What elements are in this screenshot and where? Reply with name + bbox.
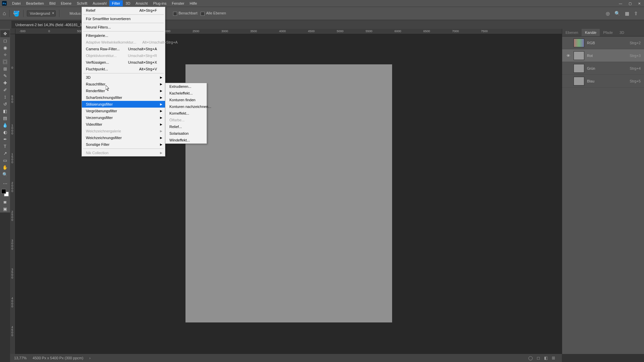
- menu-item[interactable]: 3D▶: [82, 74, 165, 81]
- submenu-item[interactable]: Konturen nachzeichnen...: [165, 103, 207, 110]
- screenmode-toggle[interactable]: ▣: [0, 205, 10, 213]
- status-icon-4[interactable]: ⊞: [552, 356, 555, 360]
- channel-grün[interactable]: GrünStrg+4: [562, 62, 644, 75]
- menubar-ebene[interactable]: Ebene: [58, 0, 74, 6]
- menu-item[interactable]: ReliefAlt+Strg+F: [82, 7, 165, 14]
- menu-item[interactable]: Rauschfilter▶: [82, 81, 165, 87]
- crop-tool[interactable]: ⿴: [0, 58, 10, 65]
- dodge-tool[interactable]: ◐: [0, 129, 10, 136]
- channel-blau[interactable]: BlauStrg+5: [562, 75, 644, 87]
- bucket-tool-icon[interactable]: 🪣: [13, 10, 20, 17]
- submenu-item[interactable]: Windeffekt...: [165, 137, 207, 143]
- status-icon-3[interactable]: ◧: [544, 356, 548, 360]
- menu-item: Adaptive Weitwinkelkorrektur...Alt+Umsch…: [82, 39, 165, 46]
- panel-tab-pfade[interactable]: Pfade: [600, 29, 616, 36]
- hand-tool[interactable]: ✋: [0, 164, 10, 171]
- move-tool[interactable]: ✥: [0, 30, 10, 37]
- workspace-icon[interactable]: ▦: [625, 11, 629, 16]
- channel-rgb[interactable]: RGBStrg+2: [562, 37, 644, 49]
- status-caret[interactable]: ›: [89, 356, 91, 360]
- submenu-arrow-icon: ▶: [160, 82, 162, 86]
- healing-tool[interactable]: ✚: [0, 79, 10, 86]
- channel-name: RGB: [587, 41, 595, 45]
- more-tools[interactable]: ⋯: [0, 180, 10, 187]
- history-brush-tool[interactable]: ↺: [0, 101, 10, 108]
- menu-item[interactable]: Sonstige Filter▶: [82, 141, 165, 148]
- visibility-toggle[interactable]: 👁: [566, 54, 571, 58]
- menubar-bearbeiten[interactable]: Bearbeiten: [23, 0, 47, 6]
- fill-source-dropdown[interactable]: Vordergrund: [27, 10, 56, 16]
- color-swatches[interactable]: [1, 189, 9, 196]
- ruler-origin[interactable]: [10, 29, 15, 34]
- menubar-schrift[interactable]: Schrift: [74, 0, 90, 6]
- blur-tool[interactable]: 💧: [0, 122, 10, 129]
- quickmask-toggle[interactable]: ◙: [0, 198, 10, 205]
- menu-item[interactable]: Weichzeichnungsfilter▶: [82, 134, 165, 141]
- panel-tab-ebenen[interactable]: Ebenen: [562, 29, 582, 36]
- close-button[interactable]: ✕: [635, 0, 644, 7]
- submenu-item[interactable]: Relief...: [165, 123, 207, 130]
- marquee-tool[interactable]: ◻: [0, 37, 10, 44]
- menubar-datei[interactable]: Datei: [9, 0, 23, 6]
- zoom-level[interactable]: 13,77%: [14, 356, 26, 360]
- contiguous-checkbox[interactable]: [173, 12, 177, 16]
- panel-tab-kanäle[interactable]: Kanäle: [582, 29, 600, 36]
- zoom-tool[interactable]: 🔍: [0, 171, 10, 178]
- maximize-button[interactable]: ▢: [625, 0, 635, 7]
- menubar-auswahl[interactable]: Auswahl: [90, 0, 109, 6]
- submenu-item: Ölfarbe...: [165, 117, 207, 123]
- submenu-item[interactable]: Kacheleffekt...: [165, 90, 207, 97]
- menu-item[interactable]: Vergröberungsfilter▶: [82, 108, 165, 114]
- panel-tab-3d[interactable]: 3D: [616, 29, 628, 36]
- lasso-tool[interactable]: ◉: [0, 44, 10, 51]
- menubar-filter[interactable]: Filter: [109, 0, 123, 6]
- menu-item[interactable]: Fluchtpunkt...Alt+Strg+V: [82, 66, 165, 72]
- submenu-item[interactable]: Solarisation: [165, 130, 207, 137]
- doc-dimensions[interactable]: 4500 Px x 5400 Px (300 ppcm): [33, 356, 83, 360]
- submenu-item[interactable]: Konturen finden: [165, 97, 207, 103]
- submenu-arrow-icon: ▶: [160, 136, 162, 139]
- frame-tool[interactable]: ⊞: [0, 65, 10, 72]
- submenu-arrow-icon: ▶: [160, 116, 162, 119]
- type-tool[interactable]: T: [0, 143, 10, 150]
- menubar-ansicht[interactable]: Ansicht: [133, 0, 150, 6]
- menu-item[interactable]: Scharfzeichnungsfilter▶: [82, 94, 165, 101]
- clone-tool[interactable]: ⟟: [0, 94, 10, 101]
- ruler-vertical[interactable]: 0500100015002000250030003500400045005000: [10, 34, 15, 354]
- menu-item[interactable]: Camera Raw-Filter...Umschalt+Strg+A: [82, 46, 165, 52]
- search-icon[interactable]: 🔍: [614, 11, 620, 16]
- menu-item[interactable]: Neural Filters...: [82, 24, 165, 31]
- home-icon[interactable]: ⌂: [3, 10, 6, 16]
- menubar-plug-ins[interactable]: Plug-ins: [150, 0, 169, 6]
- menubar-bild[interactable]: Bild: [47, 0, 58, 6]
- channel-rot[interactable]: 👁RotStrg+3: [562, 49, 644, 62]
- share-icon[interactable]: ⇪: [634, 11, 638, 16]
- submenu-item[interactable]: Korneffekt...: [165, 110, 207, 117]
- cloud-docs-icon[interactable]: ◎: [606, 11, 610, 16]
- menu-item[interactable]: Filtergalerie...: [82, 32, 165, 39]
- status-icon-1[interactable]: ◯: [528, 356, 533, 360]
- menu-item[interactable]: Videofilter▶: [82, 121, 165, 128]
- menu-item[interactable]: Verzerrungsfilter▶: [82, 114, 165, 121]
- path-tool[interactable]: ↗: [0, 150, 10, 157]
- menu-item[interactable]: Renderfilter▶: [82, 87, 165, 94]
- pen-tool[interactable]: ✒: [0, 136, 10, 143]
- menu-item[interactable]: Verflüssigen...Umschalt+Strg+X: [82, 59, 165, 66]
- minimize-button[interactable]: —: [616, 0, 625, 7]
- gradient-tool[interactable]: ▤: [0, 115, 10, 122]
- menubar-fenster[interactable]: Fenster: [169, 0, 187, 6]
- canvas[interactable]: [185, 64, 392, 322]
- status-icon-2[interactable]: ◻: [537, 356, 540, 360]
- brush-tool[interactable]: ✐: [0, 86, 10, 94]
- menubar-hilfe[interactable]: Hilfe: [187, 0, 200, 6]
- shape-tool[interactable]: ▭: [0, 157, 10, 164]
- menu-item[interactable]: Für Smartfilter konvertieren: [82, 15, 165, 22]
- menu-item[interactable]: Stilisierungsfilter▶: [82, 101, 165, 108]
- menubar-3d[interactable]: 3D: [123, 0, 133, 6]
- eraser-tool[interactable]: ◧: [0, 108, 10, 115]
- menu-item: Objektivkorrektur...Umschalt+Strg+R: [82, 52, 165, 59]
- eyedropper-tool[interactable]: ✎: [0, 72, 10, 79]
- all-layers-checkbox[interactable]: [201, 12, 205, 16]
- submenu-item[interactable]: Extrudieren...: [165, 83, 207, 90]
- magic-wand-tool[interactable]: ✧: [0, 51, 10, 58]
